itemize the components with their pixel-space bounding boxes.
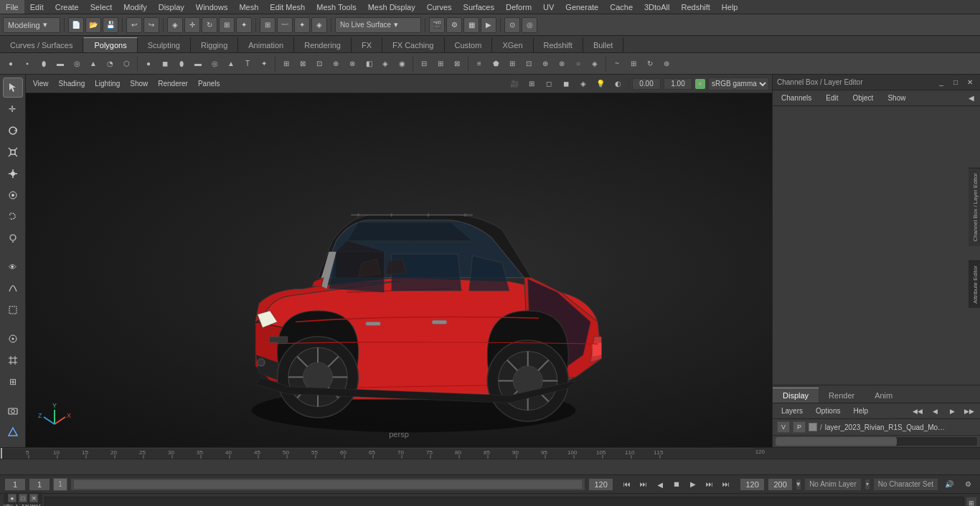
poly-type-btn[interactable]: T <box>240 56 255 72</box>
maximize-btn[interactable]: □ <box>950 77 961 88</box>
timeline-ruler[interactable]: 5 10 15 20 25 30 35 40 45 50 55 60 65 70… <box>0 448 980 459</box>
layer-p-btn[interactable]: P <box>793 421 806 433</box>
platonic-btn[interactable]: ⬡ <box>118 56 134 72</box>
layers-next-btn[interactable]: ▶ <box>944 403 960 419</box>
xray-btn[interactable]: ⊙ <box>504 17 520 33</box>
play-fwd-btn[interactable]: ▶ <box>685 477 701 492</box>
subdiv-btn[interactable]: ◉ <box>394 56 410 72</box>
universal-tool-btn[interactable]: ✦ <box>236 17 252 33</box>
loop-cut-btn[interactable]: ⊞ <box>504 56 520 72</box>
move-btn[interactable]: ✛ <box>3 99 23 119</box>
audio-btn[interactable]: 🔊 <box>941 477 957 492</box>
python-expand-btn[interactable]: ⊞ <box>966 497 977 507</box>
menu-mesh-display[interactable]: Mesh Display <box>362 0 421 14</box>
show-menu[interactable]: Show <box>126 75 152 93</box>
vp-wireframe-btn[interactable]: ◻ <box>541 76 557 92</box>
maya-logo-btn[interactable] <box>3 422 23 442</box>
float-input2[interactable] <box>664 78 692 90</box>
bridge-btn[interactable]: ⊠ <box>295 56 311 72</box>
menu-cache[interactable]: Cache <box>604 0 639 14</box>
menu-redshift[interactable]: Redshift <box>675 0 715 14</box>
vp-cam-btn[interactable]: 🎥 <box>507 76 522 92</box>
anim-layer-dropdown-arrow[interactable]: ▾ <box>796 479 801 490</box>
extrude-btn[interactable]: ⊞ <box>278 56 294 72</box>
lasso-btn[interactable] <box>3 207 23 227</box>
connect-btn[interactable]: ⊕ <box>537 56 553 72</box>
layers-scroll-thumb[interactable] <box>776 437 897 446</box>
tab-rendering[interactable]: Rendering <box>294 37 352 52</box>
snap-point-btn[interactable]: ✦ <box>294 17 310 33</box>
render-preview-btn[interactable]: ▶ <box>481 17 496 33</box>
current-frame-input[interactable] <box>29 478 50 491</box>
combine-btn[interactable]: ⊕ <box>328 56 344 72</box>
cone-btn[interactable]: ▲ <box>85 56 101 72</box>
menu-windows[interactable]: Windows <box>190 0 234 14</box>
mini-icon2[interactable]: □ <box>19 494 27 502</box>
workspace-dropdown[interactable]: Modeling ▾ <box>3 17 60 33</box>
next-frame-btn[interactable]: ⏭ <box>702 477 717 492</box>
rotate-btn[interactable] <box>3 121 23 141</box>
append-btn[interactable]: ◈ <box>587 56 603 72</box>
vp-shaded-btn[interactable]: ◼ <box>558 76 574 92</box>
lattice-btn[interactable]: ⊞ <box>626 56 641 72</box>
tab-sculpting[interactable]: Sculpting <box>138 37 191 52</box>
tab-xgen[interactable]: XGen <box>492 37 533 52</box>
play-back-btn[interactable]: ▶ <box>652 477 668 492</box>
menu-edit[interactable]: Edit <box>24 0 50 14</box>
tab-custom[interactable]: Custom <box>445 37 493 52</box>
view-menu[interactable]: View <box>29 75 53 93</box>
rotate-tool-btn[interactable]: ↻ <box>202 17 217 33</box>
menu-uv[interactable]: UV <box>537 0 560 14</box>
cylinder-btn[interactable]: ⬮ <box>36 56 52 72</box>
menu-curves[interactable]: Curves <box>421 0 458 14</box>
menu-generate[interactable]: Generate <box>560 0 604 14</box>
timeline-input[interactable] <box>70 478 585 491</box>
float-input1[interactable] <box>632 78 661 90</box>
mirror-btn[interactable]: ◧ <box>361 56 377 72</box>
uv-project-btn[interactable]: ⊞ <box>433 56 448 72</box>
fill-hole-btn[interactable]: ○ <box>570 56 586 72</box>
render-region-btn[interactable]: ▦ <box>463 17 479 33</box>
go-start-btn[interactable]: ⏮ <box>619 477 635 492</box>
uv-unfold-btn[interactable]: ⊠ <box>449 56 465 72</box>
poly-cube-btn[interactable]: ◼ <box>157 56 173 72</box>
boolean-btn[interactable]: ⊗ <box>344 56 360 72</box>
isolate-btn[interactable]: ◎ <box>522 17 537 33</box>
gamma-select[interactable]: sRGB gamma <box>708 78 769 90</box>
cb-icon1[interactable]: ◀ <box>966 93 977 104</box>
scale-btn[interactable] <box>3 142 23 162</box>
menu-mesh-tools[interactable]: Mesh Tools <box>311 0 362 14</box>
soft-select-btn[interactable] <box>3 185 23 205</box>
poly-cone-btn[interactable]: ▲ <box>223 56 239 72</box>
layers-prev-btn[interactable]: ◀◀ <box>910 403 925 419</box>
menu-surfaces[interactable]: Surfaces <box>458 0 500 14</box>
vtab-channel-box[interactable]: Channel Box / Layer Editor <box>969 168 980 246</box>
merge-btn[interactable]: ⊡ <box>311 56 327 72</box>
menu-display[interactable]: Display <box>153 0 190 14</box>
show-hide-btn[interactable]: 👁 <box>3 257 23 277</box>
snap-surface-btn[interactable]: ◈ <box>311 17 327 33</box>
minimize-btn[interactable]: _ <box>936 77 947 88</box>
poly-plane-btn[interactable]: ▬ <box>190 56 206 72</box>
tab-fx-caching[interactable]: FX Caching <box>382 37 444 52</box>
marquee-btn[interactable] <box>3 300 23 320</box>
snap-curve-btn[interactable]: 〰 <box>277 17 293 33</box>
vp-shadow-btn[interactable]: ◐ <box>610 76 626 92</box>
layer-v-btn[interactable]: V <box>777 421 790 433</box>
options-menu[interactable]: Options <box>810 405 846 417</box>
menu-edit-mesh[interactable]: Edit Mesh <box>264 0 311 14</box>
bevel-btn[interactable]: ⬟ <box>488 56 504 72</box>
poly-svg-btn[interactable]: ✦ <box>256 56 272 72</box>
layers-next2-btn[interactable]: ▶▶ <box>961 403 977 419</box>
move-tool-btn[interactable]: ✛ <box>184 17 200 33</box>
select-tool-btn[interactable]: ◈ <box>167 17 183 33</box>
open-btn[interactable]: 📂 <box>85 17 101 33</box>
mini-icon3[interactable]: ✕ <box>29 494 38 502</box>
vp-grid-btn[interactable]: ⊞ <box>524 76 540 92</box>
disk-btn[interactable]: ◔ <box>102 56 118 72</box>
timeline-inner[interactable] <box>74 480 582 489</box>
new-scene-btn[interactable]: 📄 <box>68 17 84 33</box>
lighting-menu[interactable]: Lighting <box>90 75 124 93</box>
layers-prev2-btn[interactable]: ◀ <box>927 403 943 419</box>
save-btn[interactable]: 💾 <box>103 17 118 33</box>
